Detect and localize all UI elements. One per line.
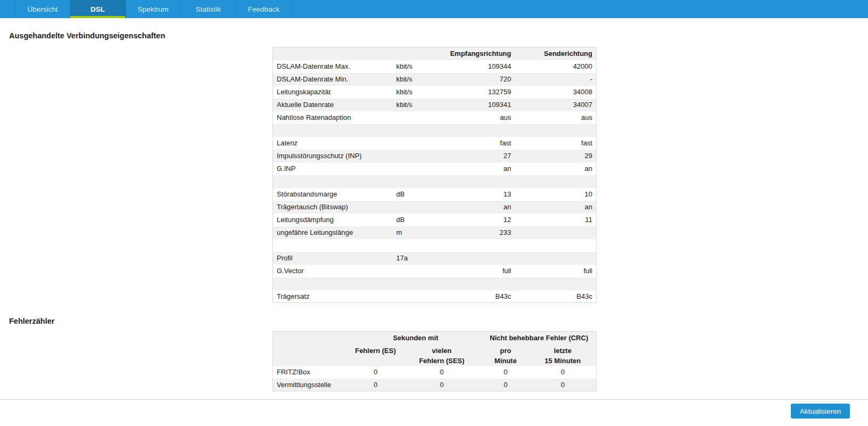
sub-header-severely-errored-seconds: vielen Fehlern (SES): [402, 345, 482, 366]
cell-value: 0: [530, 366, 597, 379]
tab-dsl[interactable]: DSL: [70, 0, 126, 18]
cell-tx: full: [515, 265, 597, 277]
tab-spektrum[interactable]: Spektrum: [126, 0, 181, 18]
connection-table-row: [273, 124, 597, 137]
cell-label: ungefähre Leitungslänge: [273, 226, 393, 239]
cell-rx: 109344: [435, 60, 515, 73]
cell-tx: [515, 239, 597, 252]
connection-table-row: Trägertausch (Bitswap)anan: [273, 201, 597, 214]
connection-table-row: G.Vectorfullfull: [273, 265, 597, 277]
cell-value: 0: [402, 366, 482, 379]
group-header-empty: [273, 332, 350, 345]
cell-unit: [393, 175, 435, 188]
cell-rx: aus: [435, 111, 515, 124]
cell-label: [273, 239, 393, 252]
cell-value: 0: [482, 366, 530, 379]
cell-unit: kbit/s: [393, 73, 435, 86]
cell-tx: [515, 277, 597, 290]
cell-rx: [435, 175, 515, 188]
cell-rx: [435, 239, 515, 252]
cell-unit: [393, 290, 435, 303]
sub-header-errored-seconds: Fehlern (ES): [350, 345, 402, 366]
tab-statistik[interactable]: Statistik: [181, 0, 236, 18]
cell-unit: 17a: [393, 252, 435, 265]
cell-tx: 11: [515, 214, 597, 226]
connection-table-row: Profil17a: [273, 252, 597, 265]
cell-rx: an: [435, 162, 515, 175]
cell-label: Leitungskapazität: [273, 86, 393, 99]
column-header-empfangsrichtung: Empfangsrichtung: [435, 47, 515, 60]
cell-value: 0: [350, 366, 402, 379]
connection-table-body: DSLAM-Datenrate Max.kbit/s10934442000DSL…: [273, 60, 597, 303]
cell-source: FRITZ!Box: [273, 366, 350, 379]
cell-tx: an: [515, 162, 597, 175]
column-header-unit: [393, 47, 435, 60]
connection-properties-table: Empfangsrichtung Senderichtung DSLAM-Dat…: [272, 47, 597, 303]
tab-uebersicht[interactable]: Übersicht: [15, 0, 70, 18]
tab-feedback[interactable]: Feedback: [236, 0, 292, 18]
cell-tx: 34008: [515, 86, 597, 99]
cell-rx: 27: [435, 150, 515, 162]
group-header-seconds-with: Sekunden mit: [350, 332, 482, 345]
cell-label: Störabstandsmarge: [273, 188, 393, 201]
connection-table-row: DSLAM-Datenrate Min.kbit/s720-: [273, 73, 597, 86]
refresh-button[interactable]: Aktualisieren: [791, 404, 850, 419]
sub-header-empty: [273, 345, 350, 366]
cell-rx: fast: [435, 137, 515, 150]
connection-table-row: Impulsstörungsschutz (INP)2729: [273, 150, 597, 162]
connection-table-header-row: Empfangsrichtung Senderichtung: [273, 47, 597, 60]
cell-tx: 34007: [515, 99, 597, 111]
column-header-senderichtung: Senderichtung: [515, 47, 597, 60]
cell-tx: [515, 124, 597, 137]
cell-rx: [435, 124, 515, 137]
connection-table-row: Latenzfastfast: [273, 137, 597, 150]
section-title-connection-properties: Ausgehandelte Verbindungseigenschaften: [9, 31, 868, 40]
connection-table-row: LeitungsdämpfungdB1211: [273, 214, 597, 226]
cell-value: 0: [402, 379, 482, 391]
cell-label: Impulsstörungsschutz (INP): [273, 150, 393, 162]
cell-unit: [393, 137, 435, 150]
cell-rx: full: [435, 265, 515, 277]
cell-rx: 13: [435, 188, 515, 201]
cell-unit: [393, 239, 435, 252]
cell-value: 0: [350, 379, 402, 391]
connection-table-row: StörabstandsmargedB1310: [273, 188, 597, 201]
connection-table-row: TrägersatzB43cB43c: [273, 290, 597, 303]
cell-label: Nahtlose Ratenadaption: [273, 111, 393, 124]
cell-unit: [393, 150, 435, 162]
connection-table-row: Aktuelle Datenratekbit/s10934134007: [273, 99, 597, 111]
cell-rx: B43c: [435, 290, 515, 303]
cell-label: DSLAM-Datenrate Max.: [273, 60, 393, 73]
cell-label: Trägersatz: [273, 290, 393, 303]
cell-value: 0: [530, 379, 597, 391]
connection-table-row: ungefähre Leitungslängem233: [273, 226, 597, 239]
cell-unit: m: [393, 226, 435, 239]
connection-table-row: Nahtlose Ratenadaptionausaus: [273, 111, 597, 124]
group-header-crc-errors: Nicht behebbare Fehler (CRC): [482, 332, 597, 345]
cell-label: G.Vector: [273, 265, 393, 277]
cell-rx: 720: [435, 73, 515, 86]
error-counter-table: Sekunden mit Nicht behebbare Fehler (CRC…: [272, 331, 597, 391]
sub-header-per-minute: pro Minute: [482, 345, 530, 366]
cell-unit: [393, 124, 435, 137]
cell-source: Vermittlungsstelle: [273, 379, 350, 391]
connection-table-row: [273, 175, 597, 188]
cell-label: Leitungsdämpfung: [273, 214, 393, 226]
cell-unit: [393, 201, 435, 214]
cell-label: Trägertausch (Bitswap): [273, 201, 393, 214]
cell-label: [273, 124, 393, 137]
cell-label: G.INP: [273, 162, 393, 175]
error-table-body: FRITZ!Box0000Vermittlungsstelle0000: [273, 366, 597, 391]
cell-tx: 42000: [515, 60, 597, 73]
cell-rx: 233: [435, 226, 515, 239]
cell-label: [273, 277, 393, 290]
cell-rx: [435, 277, 515, 290]
cell-rx: 132759: [435, 86, 515, 99]
main-content: Ausgehandelte Verbindungseigenschaften E…: [0, 31, 868, 391]
cell-tx: [515, 252, 597, 265]
cell-rx: [435, 252, 515, 265]
cell-rx: an: [435, 201, 515, 214]
cell-tx: fast: [515, 137, 597, 150]
cell-unit: kbit/s: [393, 60, 435, 73]
cell-unit: dB: [393, 188, 435, 201]
